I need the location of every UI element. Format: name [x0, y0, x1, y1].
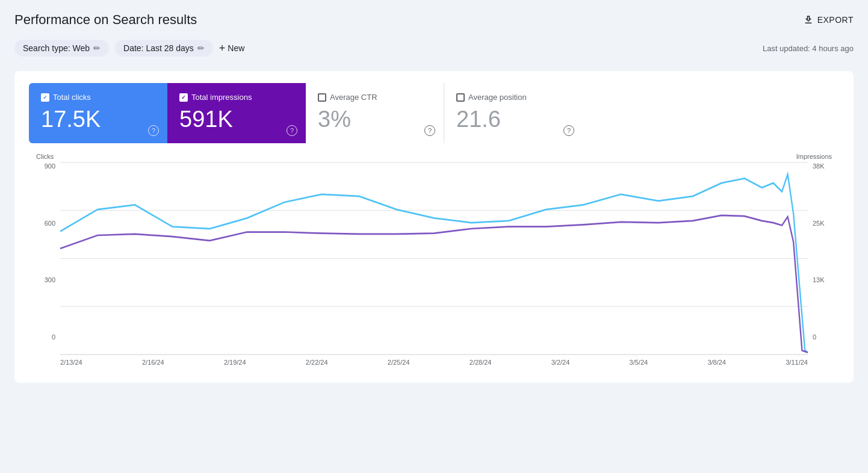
- edit-icon: ✏: [93, 43, 101, 53]
- x-axis-labels: 2/13/24 2/16/24 2/19/24 2/22/24 2/25/24 …: [34, 355, 808, 366]
- metric-ctr-help[interactable]: ?: [424, 125, 435, 136]
- clicks-line: [60, 175, 808, 353]
- y-axis-left: 900 600 300 0: [34, 162, 60, 355]
- metric-clicks-value: 17.5K: [41, 107, 155, 132]
- chart-area: [60, 162, 808, 355]
- chart-svg: [60, 162, 808, 354]
- metric-clicks-label: Total clicks: [41, 93, 155, 102]
- checkbox-impressions[interactable]: [179, 93, 188, 102]
- chart-header-labels: Clicks Impressions: [34, 153, 834, 160]
- chart-axes: 900 600 300 0: [34, 162, 834, 355]
- metric-ctr-label: Average CTR: [318, 93, 432, 102]
- performance-card: Total clicks 17.5K ? Total impressions 5…: [14, 71, 854, 383]
- metric-average-ctr[interactable]: Average CTR 3% ?: [306, 83, 444, 143]
- metric-ctr-value: 3%: [318, 107, 432, 132]
- search-type-filter[interactable]: Search type: Web ✏: [14, 40, 109, 57]
- filters-row: Search type: Web ✏ Date: Last 28 days ✏ …: [14, 40, 854, 57]
- header-row: Performance on Search results EXPORT: [14, 12, 854, 28]
- checkbox-position[interactable]: [456, 93, 465, 102]
- metric-position-label: Average position: [456, 93, 571, 102]
- impressions-line: [60, 215, 808, 353]
- metric-impressions-label: Total impressions: [179, 93, 294, 102]
- download-icon: [803, 14, 814, 25]
- y-axis-left-title: Clicks: [34, 153, 54, 160]
- metric-clicks-help[interactable]: ?: [148, 125, 159, 136]
- last-updated-label: Last updated: 4 hours ago: [763, 44, 854, 53]
- plus-icon: +: [219, 42, 226, 55]
- metric-position-value: 21.6: [456, 107, 571, 132]
- y-axis-right: 38K 25K 13K 0: [808, 162, 834, 355]
- y-axis-right-title: Impressions: [796, 153, 834, 160]
- new-filter-button[interactable]: + New: [219, 42, 245, 55]
- edit-icon-2: ✏: [197, 43, 205, 53]
- checkbox-ctr[interactable]: [318, 93, 326, 102]
- main-container: Performance on Search results EXPORT Sea…: [0, 0, 868, 473]
- metric-position-help[interactable]: ?: [563, 125, 574, 136]
- metric-total-impressions[interactable]: Total impressions 591K ?: [167, 83, 306, 143]
- metric-impressions-help[interactable]: ?: [287, 125, 297, 136]
- export-button[interactable]: EXPORT: [803, 14, 854, 25]
- metrics-row: Total clicks 17.5K ? Total impressions 5…: [29, 83, 839, 143]
- metric-average-position[interactable]: Average position 21.6 ?: [444, 83, 583, 143]
- metric-total-clicks[interactable]: Total clicks 17.5K ?: [29, 83, 167, 143]
- page-title: Performance on Search results: [14, 12, 197, 28]
- checkbox-clicks[interactable]: [41, 93, 49, 102]
- date-filter[interactable]: Date: Last 28 days ✏: [115, 40, 213, 57]
- metric-impressions-value: 591K: [179, 107, 294, 132]
- chart-container: Clicks Impressions 900 600 300 0: [29, 143, 839, 371]
